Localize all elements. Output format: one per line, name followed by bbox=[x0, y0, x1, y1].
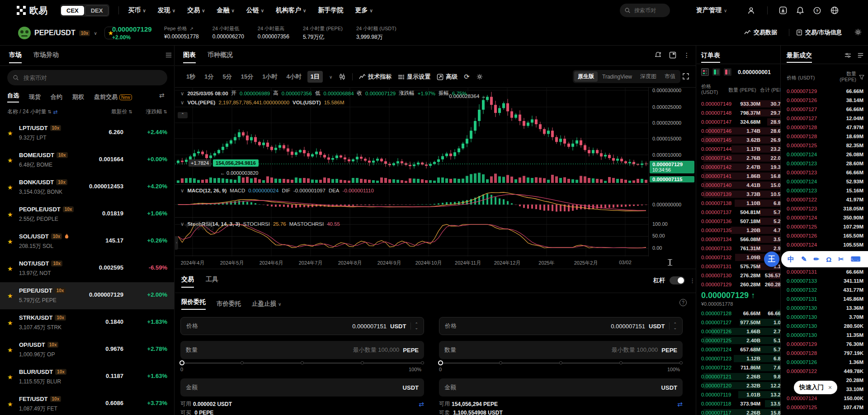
replay-icon[interactable]: ⟳ bbox=[464, 73, 470, 81]
download-app-icon[interactable] bbox=[778, 6, 788, 15]
text-cursor-icon[interactable] bbox=[668, 259, 672, 266]
bid-row[interactable]: 0.000007122711.86M7.6 bbox=[697, 363, 781, 372]
menu-item-新手学院[interactable]: 新手学院 bbox=[318, 6, 343, 14]
category-tab-期权[interactable]: 期权 bbox=[72, 93, 84, 101]
trade-row[interactable]: 0.00000712818.69M bbox=[781, 132, 868, 141]
trade-tab-交易[interactable]: 交易 bbox=[181, 275, 194, 284]
trade-more-dots-icon[interactable]: ⋮ bbox=[689, 277, 695, 284]
expand-chart-icon[interactable] bbox=[682, 73, 689, 80]
view-tab-市值[interactable]: 市值 bbox=[661, 71, 679, 82]
orderbook-title[interactable]: 订单表 bbox=[701, 51, 720, 59]
coin-row-BONK[interactable]: ★BONK/USDT10x3,154.03亿 BONK0.000012453+4… bbox=[0, 174, 175, 201]
slider-stop[interactable] bbox=[421, 361, 424, 364]
trade-row[interactable]: 0.00000712452.93M bbox=[781, 177, 868, 186]
book-mode-asks-icon[interactable] bbox=[724, 68, 731, 76]
keyboard-icon[interactable]: ⌨ bbox=[851, 255, 861, 263]
slider-stop[interactable] bbox=[301, 361, 304, 364]
display-settings-button[interactable]: 显示设置 bbox=[398, 73, 430, 81]
popout-window-icon[interactable] bbox=[669, 51, 676, 59]
ask-row[interactable]: 0.0000071461.74B28.6 bbox=[697, 126, 781, 135]
menu-item-发现[interactable]: 发现∨ bbox=[158, 6, 175, 14]
ask-row[interactable]: 0.0000071351.20B4.7 bbox=[697, 226, 781, 235]
order-tab-限价委托[interactable]: 限价委托 bbox=[181, 298, 206, 310]
chart-canvas[interactable]: 0.000028364 → 0.0000300000.0000250000.00… bbox=[175, 87, 696, 256]
bid-row[interactable]: 0.0000071231.12B6.8 bbox=[697, 354, 781, 363]
trade-row[interactable]: 0.00000712582.35M bbox=[781, 141, 868, 150]
global-search[interactable] bbox=[620, 4, 670, 17]
close-icon[interactable]: × bbox=[828, 384, 832, 391]
trade-row[interactable]: 0.000007124105.55M bbox=[781, 240, 868, 249]
mode-tab-dex[interactable]: DEX bbox=[85, 5, 109, 16]
slider-stop[interactable] bbox=[361, 361, 364, 364]
price-field[interactable]: 价格0.000007151USDT⌃⌄ bbox=[180, 317, 424, 335]
book-mode-both-icon[interactable] bbox=[701, 68, 709, 76]
slider-stop[interactable] bbox=[499, 361, 502, 364]
trade-row[interactable]: 0.00000712976.30M bbox=[781, 340, 868, 349]
scissors-icon[interactable]: ✂ bbox=[838, 255, 844, 263]
quickstart-tooltip[interactable]: 快速入门 × bbox=[794, 381, 837, 394]
highlighter-icon[interactable]: ✏ bbox=[814, 255, 820, 263]
bid-row[interactable]: 0.00000712866.66M66.66 bbox=[697, 309, 781, 318]
star-icon[interactable]: ★ bbox=[7, 184, 13, 191]
coin-row-BLUR[interactable]: ★BLUR/USDT10x1,115.55万 BLUR0.1187+1.63% bbox=[0, 364, 175, 391]
assets-menu[interactable]: 资产管理 ∨ bbox=[696, 6, 727, 14]
quantity-field[interactable]: 数量最小数量 100,000PEPE bbox=[439, 341, 683, 359]
search-input[interactable] bbox=[633, 7, 665, 14]
trade-row[interactable]: 0.000007125107.29M bbox=[781, 222, 868, 231]
price-alert-bell-icon[interactable] bbox=[654, 51, 662, 59]
ask-row[interactable]: 0.0000071453.62B26.9 bbox=[697, 135, 781, 145]
slider-knob[interactable] bbox=[179, 360, 184, 365]
slider-stop[interactable] bbox=[679, 361, 683, 364]
timeframe-1分[interactable]: 1分 bbox=[201, 71, 217, 83]
ticker-settings-gear-icon[interactable] bbox=[854, 28, 862, 36]
collapse-icon[interactable]: ∨ bbox=[180, 187, 184, 194]
trade-row[interactable]: 0.00000712366.66M bbox=[781, 168, 868, 177]
chart-tab-币种概况[interactable]: 币种概况 bbox=[208, 51, 233, 59]
trade-row[interactable]: 0.000007125107.47M bbox=[781, 403, 868, 412]
coin-row-PEOPLE[interactable]: ★PEOPLE/USDT10x2.55亿 PEOPLE0.01819+1.06% bbox=[0, 201, 175, 228]
pen-icon[interactable]: ✎ bbox=[801, 255, 807, 263]
chart-settings-gear-icon[interactable] bbox=[476, 73, 483, 80]
timeframe-15分[interactable]: 15分 bbox=[238, 71, 256, 83]
market-info-link[interactable]: 交易/市场信息 bbox=[796, 28, 842, 37]
star-icon[interactable]: ★ bbox=[7, 211, 13, 218]
view-tab-深度图[interactable]: 深度图 bbox=[637, 71, 660, 82]
collapse-icon[interactable]: ∨ bbox=[180, 99, 184, 106]
trading-data-link[interactable]: 交易数据 bbox=[744, 28, 777, 37]
star-icon[interactable]: ★ bbox=[7, 346, 13, 354]
coin-row-PEPE[interactable]: ★PEPE/USDT10x5.79万亿 PEPE0.000007129+2.00… bbox=[0, 282, 175, 309]
trade-row[interactable]: 0.000007128797.19K bbox=[781, 349, 868, 358]
advanced-button[interactable]: 高级 bbox=[437, 73, 458, 81]
collapse-pane-button[interactable]: ⌃ bbox=[178, 112, 188, 118]
price-stepper[interactable]: ⌃⌄ bbox=[669, 322, 677, 330]
menu-item-机构客户[interactable]: 机构客户∨ bbox=[276, 6, 306, 14]
amount-slider[interactable] bbox=[439, 363, 683, 364]
swap-icon[interactable]: ⇄ bbox=[419, 401, 424, 408]
timeframe-1秒[interactable]: 1秒 bbox=[183, 71, 198, 83]
ask-row[interactable]: 0.0000071441.17B23.2 bbox=[697, 145, 781, 154]
bid-row[interactable]: 0.000007127977.50M1.0 bbox=[697, 318, 781, 327]
tick-size-select[interactable]: 0.000000001 bbox=[738, 69, 771, 75]
category-tab-盘前交易[interactable]: 盘前交易New bbox=[94, 93, 132, 101]
trade-row[interactable]: 0.000007123318.05M bbox=[781, 204, 868, 213]
slider-knob[interactable] bbox=[438, 360, 443, 365]
trade-row[interactable]: 0.00000713011.35M bbox=[781, 331, 868, 340]
bid-row[interactable]: 0.0000071202.32B12.2 bbox=[697, 381, 781, 390]
timeframe-1小时[interactable]: 1小时 bbox=[259, 71, 280, 83]
order-tab-市价委托[interactable]: 市价委托 bbox=[217, 300, 241, 308]
ask-row[interactable]: 0.000007134566.08M3.5 bbox=[697, 235, 781, 244]
timeframe-1日[interactable]: 1日 bbox=[307, 71, 323, 83]
notifications-bell-icon[interactable] bbox=[796, 6, 805, 15]
bid-row[interactable]: 0.0000071212.26B9.8 bbox=[697, 372, 781, 381]
price-field[interactable]: 价格0.000007151USDT⌃⌄ bbox=[439, 317, 683, 335]
ask-row[interactable]: 0.000007137504.81M5.7 bbox=[697, 208, 781, 217]
header-name[interactable]: 名称 / 24 小时量 ⇅ bbox=[7, 108, 52, 116]
star-icon[interactable]: ★ bbox=[7, 157, 13, 164]
menu-item-买币[interactable]: 买币∨ bbox=[128, 6, 146, 14]
view-tab-原生版[interactable]: 原生版 bbox=[574, 71, 598, 82]
trades-menu-icon[interactable] bbox=[858, 52, 863, 58]
book-mode-bids-icon[interactable] bbox=[712, 68, 720, 76]
amount-field[interactable]: 金额USDT bbox=[439, 378, 683, 396]
menu-item-公链[interactable]: 公链∨ bbox=[246, 6, 264, 14]
timeframe-chevron-icon[interactable]: ∨ bbox=[329, 75, 332, 79]
